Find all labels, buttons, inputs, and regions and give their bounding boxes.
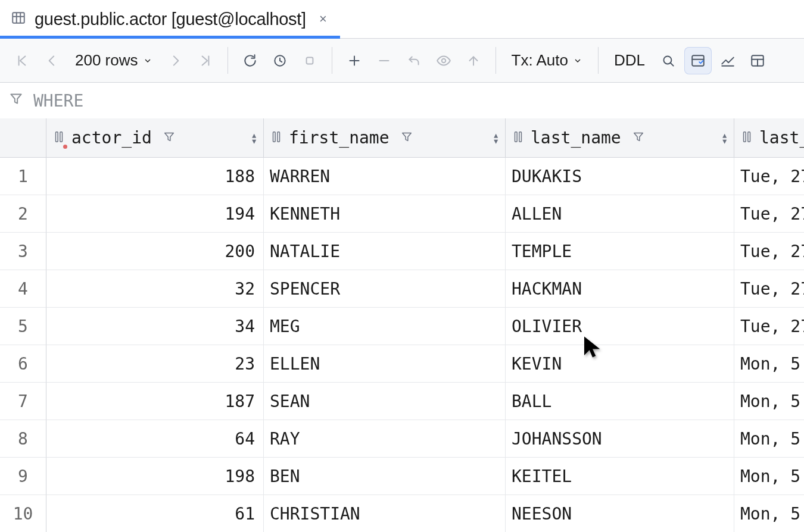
cell-first_name[interactable]: WARREN — [264, 158, 506, 195]
column-filter-icon[interactable] — [163, 128, 176, 148]
column-header-last_name[interactable]: last_name▴▾ — [506, 118, 734, 158]
column-sort-icon[interactable]: ▴▾ — [721, 132, 728, 144]
cell-last_update[interactable]: Tue, 27 — [734, 233, 804, 270]
cell-first_name[interactable]: SEAN — [264, 383, 506, 420]
tab-bar: guest.public.actor [guest@localhost] × — [0, 0, 804, 39]
cell-first_name[interactable]: RAY — [264, 420, 506, 458]
cell-last_name[interactable]: BALL — [506, 383, 734, 420]
column-icon — [512, 128, 525, 148]
cell-actor_id[interactable]: 188 — [46, 158, 264, 195]
cell-last_name[interactable]: TEMPLE — [506, 233, 734, 270]
column-header-actor_id[interactable]: actor_id▴▾ — [46, 118, 264, 158]
column-header-last_update[interactable]: last_ — [734, 118, 804, 158]
row-number[interactable]: 8 — [0, 420, 46, 458]
chart-button[interactable] — [714, 47, 741, 74]
view-settings-button[interactable] — [744, 47, 771, 74]
column-sort-icon[interactable]: ▴▾ — [493, 132, 499, 144]
filter-row[interactable]: WHERE — [0, 83, 804, 118]
cell-last_name[interactable]: DUKAKIS — [506, 158, 734, 195]
cell-last_update[interactable]: Mon, 5 — [734, 345, 804, 383]
tab-guest-public-actor[interactable]: guest.public.actor [guest@localhost] × — [0, 0, 340, 38]
row-number[interactable]: 3 — [0, 233, 46, 270]
cell-actor_id[interactable]: 187 — [46, 383, 264, 420]
svg-rect-0 — [13, 12, 24, 23]
cell-last_name[interactable]: KEVIN — [506, 345, 734, 383]
cell-last_name[interactable]: OLIVIER — [506, 308, 734, 345]
column-icon — [270, 128, 283, 148]
cell-actor_id[interactable]: 198 — [46, 458, 264, 495]
cell-first_name[interactable]: KENNETH — [264, 195, 506, 233]
row-number[interactable]: 9 — [0, 458, 46, 495]
svg-rect-27 — [273, 132, 276, 142]
chevron-down-icon — [143, 51, 152, 70]
refresh-auto-button[interactable] — [266, 47, 294, 74]
svg-rect-17 — [692, 55, 704, 65]
cell-actor_id[interactable]: 34 — [46, 308, 264, 345]
cell-last_name[interactable]: JOHANSSON — [506, 420, 734, 458]
cell-last_update[interactable]: Tue, 27 — [734, 158, 804, 195]
rows-dropdown[interactable]: 200 rows — [68, 47, 160, 74]
column-header-first_name[interactable]: first_name▴▾ — [264, 118, 506, 158]
cell-actor_id[interactable]: 64 — [46, 420, 264, 458]
row-number[interactable]: 7 — [0, 383, 46, 420]
cell-first_name[interactable]: NATALIE — [264, 233, 506, 270]
cell-last_update[interactable]: Mon, 5 — [734, 420, 804, 458]
tx-mode-dropdown[interactable]: Tx: Auto — [504, 47, 590, 74]
delete-row-button[interactable] — [370, 47, 398, 74]
column-sort-icon[interactable]: ▴▾ — [251, 132, 257, 144]
cell-actor_id[interactable]: 200 — [46, 233, 264, 270]
row-number[interactable]: 10 — [0, 495, 46, 532]
column-filter-icon[interactable] — [632, 128, 645, 148]
column-filter-icon[interactable] — [400, 128, 413, 148]
cell-last_update[interactable]: Mon, 5 — [734, 458, 804, 495]
row-number[interactable]: 1 — [0, 158, 46, 195]
cell-last_name[interactable]: KEITEL — [506, 458, 734, 495]
cell-last_name[interactable]: HACKMAN — [506, 270, 734, 308]
svg-rect-30 — [515, 132, 518, 142]
cell-actor_id[interactable]: 23 — [46, 345, 264, 383]
stop-button[interactable] — [296, 47, 323, 74]
add-row-button[interactable] — [341, 47, 368, 74]
cell-first_name[interactable]: MEG — [264, 308, 506, 345]
cell-last_name[interactable]: NEESON — [506, 495, 734, 532]
refresh-button[interactable] — [236, 47, 264, 74]
first-page-button[interactable] — [8, 47, 36, 74]
cell-first_name[interactable]: ELLEN — [264, 345, 506, 383]
cell-actor_id[interactable]: 32 — [46, 270, 264, 308]
cell-last_update[interactable]: Mon, 5 — [734, 495, 804, 532]
tab-active-indicator — [0, 36, 340, 39]
cell-first_name[interactable]: CHRISTIAN — [264, 495, 506, 532]
cell-actor_id[interactable]: 61 — [46, 495, 264, 532]
tab-close-button[interactable]: × — [319, 11, 327, 27]
column-icon — [52, 128, 66, 148]
cell-last_update[interactable]: Tue, 27 — [734, 195, 804, 233]
column-name: last_ — [759, 128, 804, 148]
search-button[interactable] — [655, 47, 682, 74]
svg-marker-29 — [402, 133, 411, 141]
chevron-down-icon — [573, 51, 582, 70]
row-number[interactable]: 5 — [0, 308, 46, 345]
submit-button[interactable] — [460, 47, 487, 74]
cell-last_update[interactable]: Tue, 27 — [734, 308, 804, 345]
cell-last_update[interactable]: Mon, 5 — [734, 383, 804, 420]
cell-actor_id[interactable]: 194 — [46, 195, 264, 233]
prev-page-button[interactable] — [38, 47, 66, 74]
cell-first_name[interactable]: SPENCER — [264, 270, 506, 308]
svg-rect-24 — [56, 132, 58, 142]
last-page-button[interactable] — [192, 47, 219, 74]
ddl-button[interactable]: DDL — [607, 47, 652, 74]
cell-last_update[interactable]: Tue, 27 — [734, 270, 804, 308]
row-number[interactable]: 2 — [0, 195, 46, 233]
filter-panel-toggle[interactable] — [684, 47, 712, 74]
preview-pending-button[interactable] — [430, 47, 457, 74]
cell-first_name[interactable]: BEN — [264, 458, 506, 495]
cell-last_name[interactable]: ALLEN — [506, 195, 734, 233]
toolbar-separator — [228, 47, 228, 74]
toolbar-separator — [598, 47, 599, 74]
tx-label: Tx: Auto — [512, 51, 568, 70]
revert-button[interactable] — [400, 47, 428, 74]
row-number[interactable]: 4 — [0, 270, 46, 308]
next-page-button[interactable] — [162, 47, 189, 74]
row-number[interactable]: 6 — [0, 345, 46, 383]
column-name: first_name — [289, 128, 389, 148]
